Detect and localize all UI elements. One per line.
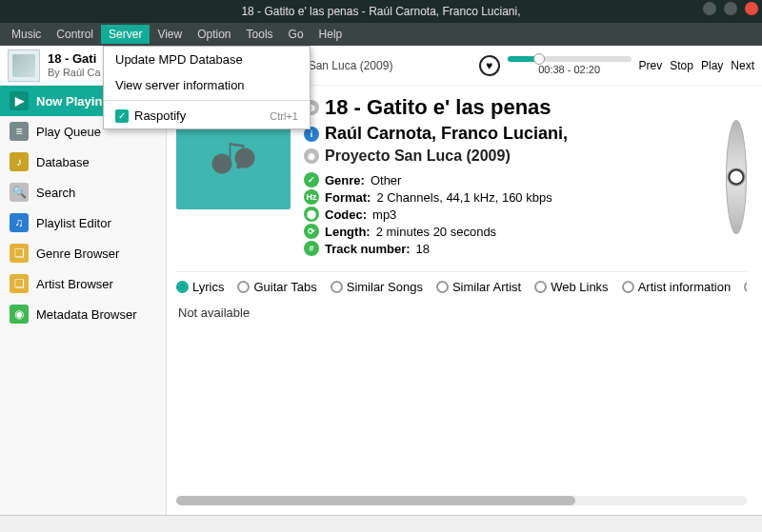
sidebar-item-label: Genre Browser [36, 246, 119, 261]
time-label: 00:38 - 02:20 [538, 64, 600, 75]
menu-go[interactable]: Go [281, 25, 311, 44]
song-album: Proyecto San Luca (2009) [325, 148, 511, 165]
menu-view[interactable]: View [150, 25, 190, 44]
tab-guitar-tabs[interactable]: Guitar Tabs [237, 280, 316, 294]
close-icon[interactable] [745, 2, 758, 15]
status-footer [0, 515, 762, 532]
sidebar-item-label: Database [36, 155, 90, 169]
menu-music[interactable]: Music [4, 25, 49, 44]
tab-lyrics[interactable]: Lyrics [176, 280, 224, 294]
radio-icon [331, 281, 343, 293]
menu-update-mpd[interactable]: Update MPD Database [104, 47, 310, 72]
menu-help[interactable]: Help [311, 25, 351, 44]
sidebar: ▶Now Playin≡Play Queue♪Database🔍Search♫P… [0, 86, 167, 515]
menu-raspotify-toggle[interactable]: ✓ Raspotify Ctrl+1 [104, 103, 310, 128]
disc-icon-large [726, 120, 747, 234]
radio-icon [436, 281, 449, 293]
album-icon: ◉ [304, 148, 319, 164]
menu-view-server-info[interactable]: View server information [104, 72, 310, 98]
radio-icon [744, 281, 747, 293]
tab-web-links[interactable]: Web Links [534, 280, 608, 294]
mini-album-tail: San Luca (2009) [309, 59, 393, 72]
tab-artist-information[interactable]: Artist information [622, 280, 732, 294]
sidebar-icon: ♪ [10, 152, 29, 171]
sidebar-item-label: Artist Browser [36, 277, 113, 291]
stop-button[interactable]: Stop [670, 59, 693, 72]
menu-option[interactable]: Option [190, 25, 238, 44]
mini-song-info: 18 - Gati By Raúl Ca [48, 51, 101, 79]
next-button[interactable]: Next [731, 59, 754, 72]
minimize-icon[interactable] [703, 2, 716, 15]
tab-content: Not available [176, 302, 747, 490]
radio-icon [534, 281, 547, 293]
menu-control[interactable]: Control [49, 25, 101, 44]
sidebar-item-label: Search [36, 186, 75, 200]
sidebar-icon: 🔍 [10, 183, 29, 202]
mini-album-art[interactable] [8, 49, 40, 82]
prev-button[interactable]: Prev [639, 59, 663, 72]
radio-icon [237, 281, 250, 293]
menu-server[interactable]: Server [101, 25, 150, 44]
song-artist: Raúl Carnota, Franco Luciani, [325, 124, 568, 144]
menu-tools[interactable]: Tools [239, 25, 281, 44]
mini-title: 18 - Gati [48, 51, 101, 67]
sidebar-icon: ▶ [10, 91, 29, 110]
sidebar-item-genre-browser[interactable]: ❏Genre Browser [0, 238, 166, 268]
length-icon: ⟳ [304, 224, 319, 239]
progress-slider[interactable] [508, 56, 632, 62]
sidebar-item-search[interactable]: 🔍Search [0, 177, 166, 207]
info-tabs: LyricsGuitar TabsSimilar SongsSimilar Ar… [176, 271, 747, 294]
server-menu-dropdown: Update MPD Database View server informat… [103, 46, 311, 129]
genre-icon: ✓ [304, 172, 319, 187]
sidebar-item-label: Playlist Editor [36, 216, 111, 230]
menu-accel: Ctrl+1 [270, 110, 298, 122]
play-button[interactable]: Play [701, 59, 723, 72]
sidebar-icon: ◉ [10, 305, 29, 324]
window-title: 18 - Gatito e' las penas - Raúl Carnota,… [241, 5, 520, 18]
sidebar-item-database[interactable]: ♪Database [0, 147, 166, 177]
sidebar-icon: ♫ [10, 213, 29, 232]
sidebar-icon: ≡ [10, 122, 29, 141]
tab-s[interactable]: S [744, 280, 747, 294]
maximize-icon[interactable] [724, 2, 737, 15]
tab-similar-artist[interactable]: Similar Artist [436, 280, 521, 294]
sidebar-item-playlist-editor[interactable]: ♫Playlist Editor [0, 207, 166, 238]
song-title: 18 - Gatito e' las penas [325, 95, 551, 120]
sidebar-item-label: Play Queue [36, 125, 101, 139]
radio-icon [176, 281, 189, 293]
sidebar-item-label: Now Playin [36, 94, 102, 108]
sidebar-icon: ❏ [10, 274, 29, 293]
sidebar-icon: ❏ [10, 244, 29, 263]
menu-separator [104, 100, 310, 101]
codec-icon: ⬤ [304, 207, 319, 222]
main-pane: ♫ ◑18 - Gatito e' las penas iRaúl Carnot… [167, 86, 762, 515]
checkbox-icon: ✓ [115, 109, 129, 123]
favorite-icon[interactable]: ♥ [479, 55, 500, 76]
titlebar: 18 - Gatito e' las penas - Raúl Carnota,… [0, 0, 762, 23]
sidebar-item-metadata-browser[interactable]: ◉Metadata Browser [0, 299, 166, 329]
sidebar-item-label: Metadata Browser [36, 307, 137, 322]
radio-icon [622, 281, 634, 293]
tab-similar-songs[interactable]: Similar Songs [331, 280, 423, 294]
trackno-icon: # [304, 241, 319, 256]
horizontal-scrollbar[interactable] [176, 496, 747, 505]
format-icon: Hz [304, 189, 319, 205]
menubar: MusicControlServerViewOptionToolsGoHelp [0, 23, 762, 46]
sidebar-item-artist-browser[interactable]: ❏Artist Browser [0, 268, 166, 299]
